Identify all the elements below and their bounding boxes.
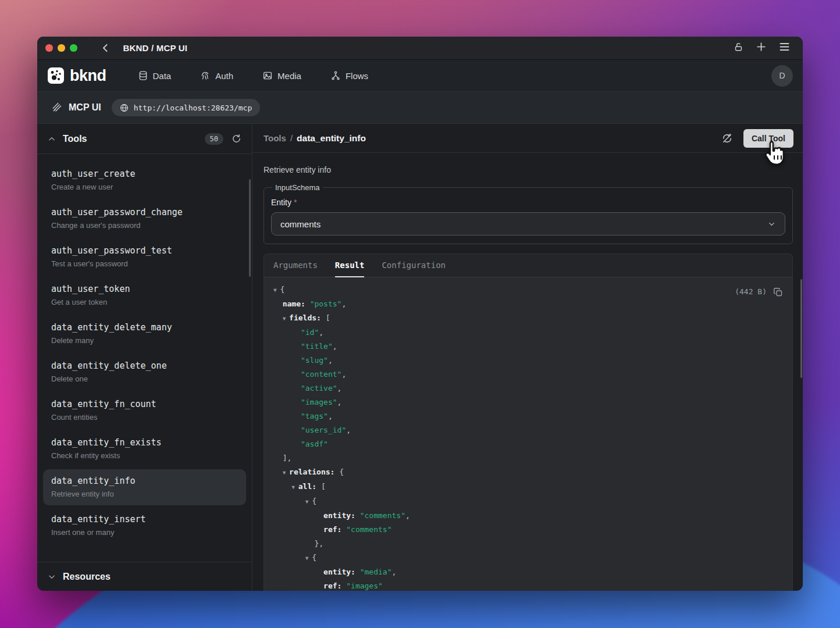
fingerprint-icon	[200, 70, 211, 81]
tools-header-label: Tools	[63, 134, 87, 144]
entity-select-value: comments	[280, 219, 321, 229]
chevron-down-icon	[767, 220, 776, 229]
window-titlebar: BKND / MCP UI	[37, 37, 803, 60]
tab-result[interactable]: Result	[335, 254, 365, 277]
tool-name: auth_user_create	[51, 169, 238, 179]
json-line: "images",	[273, 395, 783, 409]
tool-item-data_entity_delete_one[interactable]: data_entity_delete_oneDelete one	[43, 354, 246, 390]
tool-description: Delete many	[51, 336, 238, 345]
tool-description: Test a user's password	[51, 259, 238, 268]
tool-name: data_entity_fn_count	[51, 399, 238, 409]
menu-icon[interactable]	[779, 42, 790, 54]
sidebar-scrollbar[interactable]	[249, 179, 251, 277]
tool-item-auth_user_token[interactable]: auth_user_tokenGet a user token	[43, 277, 246, 313]
tool-item-data_entity_insert[interactable]: data_entity_insertInsert one or many	[43, 508, 246, 544]
json-lines: ▼ { name: "posts", ▼ fields: [ "id", "ti…	[273, 283, 783, 591]
minimize-window-icon[interactable]	[58, 44, 65, 52]
tab-arguments[interactable]: Arguments	[273, 254, 318, 277]
globe-icon	[120, 104, 129, 112]
entity-select[interactable]: comments	[271, 212, 785, 236]
maximize-window-icon[interactable]	[70, 44, 77, 52]
json-line: "title",	[273, 340, 783, 354]
json-line: name: "posts",	[273, 297, 783, 311]
mcp-url: http://localhost:28623/mcp	[134, 104, 252, 112]
tool-description: Delete one	[51, 374, 238, 383]
json-line: },	[273, 537, 783, 551]
window-title: BKND / MCP UI	[123, 43, 188, 53]
json-line: ref: "comments"	[273, 523, 783, 537]
nav-item-flows[interactable]: Flows	[330, 70, 368, 81]
close-window-icon[interactable]	[45, 44, 53, 52]
json-line: entity: "media",	[273, 565, 783, 579]
tool-item-auth_user_password_test[interactable]: auth_user_password_testTest a user's pas…	[43, 239, 246, 275]
tools-count-badge: 50	[205, 133, 223, 145]
json-line: "tags",	[273, 409, 783, 423]
tools-list: auth_user_createCreate a new userauth_us…	[37, 154, 252, 562]
tool-name: auth_user_password_change	[51, 207, 238, 217]
json-line: ▼ {	[273, 551, 783, 565]
tool-item-data_entity_fn_exists[interactable]: data_entity_fn_existsCheck if entity exi…	[43, 431, 246, 467]
json-line: "users_id",	[273, 423, 783, 437]
result-size-label: (442 B)	[735, 285, 767, 299]
required-marker: *	[294, 198, 297, 207]
breadcrumb-current-tool: data_entity_info	[297, 133, 366, 144]
json-line: ▼ {	[273, 494, 783, 509]
back-icon[interactable]	[101, 43, 111, 53]
avatar[interactable]: D	[771, 65, 793, 87]
mcp-url-pill[interactable]: http://localhost:28623/mcp	[112, 99, 261, 116]
input-schema-legend: InputSchema	[272, 183, 323, 192]
nav-item-data[interactable]: Data	[138, 70, 172, 81]
json-line: "asdf"	[273, 437, 783, 451]
tool-description: Get a user token	[51, 298, 238, 306]
tool-item-auth_user_password_change[interactable]: auth_user_password_changeChange a user's…	[43, 201, 246, 237]
json-line: "content",	[273, 367, 783, 381]
call-tool-button[interactable]: Call Tool	[743, 129, 793, 148]
tool-name: auth_user_password_test	[51, 245, 238, 256]
json-line: ▼ fields: [	[273, 311, 783, 326]
tool-item-auth_user_create[interactable]: auth_user_createCreate a new user	[43, 162, 246, 198]
tool-description: Create a new user	[51, 183, 238, 191]
tool-name: auth_user_token	[51, 284, 238, 294]
nav-item-auth[interactable]: Auth	[200, 70, 233, 81]
json-result-viewer[interactable]: (442 B) ▼ { name: "posts", ▼ fields: [ "…	[264, 277, 792, 591]
breadcrumb-separator: /	[290, 133, 293, 143]
database-icon	[138, 70, 148, 81]
json-line: ],	[273, 451, 783, 465]
brand-name: bknd	[70, 67, 106, 85]
image-icon	[262, 70, 273, 81]
resources-section-header[interactable]: Resources	[37, 562, 252, 591]
bknd-logo-icon	[47, 67, 65, 84]
tools-section-header[interactable]: Tools 50	[37, 124, 252, 154]
json-line: ▼ relations: {	[273, 465, 783, 480]
tool-item-data_entity_info[interactable]: data_entity_infoRetrieve entity info	[43, 469, 246, 505]
tool-item-data_entity_delete_many[interactable]: data_entity_delete_manyDelete many	[43, 316, 246, 352]
tool-name: data_entity_insert	[51, 514, 238, 524]
tab-configuration[interactable]: Configuration	[382, 254, 446, 277]
app-window: BKND / MCP UI bknd	[37, 37, 803, 591]
tools-sidebar: Tools 50 auth_user_createCreate a new us…	[37, 124, 252, 591]
nav-item-media[interactable]: Media	[262, 70, 301, 81]
mcp-bar: MCP UI http://localhost:28623/mcp	[37, 92, 803, 124]
result-tabs: ArgumentsResultConfiguration	[264, 254, 792, 277]
copy-icon[interactable]	[773, 287, 783, 297]
tool-description: Retrieve entity info	[264, 165, 793, 174]
tool-item-data_entity_fn_count[interactable]: data_entity_fn_countCount entities	[43, 392, 246, 429]
main-scrollbar[interactable]	[800, 279, 802, 378]
lock-icon[interactable]	[734, 42, 743, 55]
nav-item-label: Flows	[346, 71, 368, 81]
input-schema-fieldset: InputSchema Entity* comments	[264, 183, 793, 244]
nav-items: DataAuthMediaFlows	[138, 70, 369, 81]
entity-field-label: Entity*	[271, 198, 785, 207]
chevron-down-icon	[48, 573, 56, 581]
breadcrumb-tools[interactable]: Tools	[264, 133, 286, 143]
resources-header-label: Resources	[63, 572, 111, 582]
new-tab-icon[interactable]	[756, 41, 767, 55]
auto-refresh-off-icon[interactable]	[721, 133, 733, 144]
mcp-layers-icon	[51, 102, 62, 113]
brand-logo[interactable]: bknd	[47, 67, 106, 85]
refresh-tools-icon[interactable]	[232, 134, 241, 144]
json-line: "slug",	[273, 354, 783, 367]
tool-description: Count entities	[51, 413, 238, 422]
json-line: "id",	[273, 326, 783, 340]
mcp-title: MCP UI	[69, 102, 101, 113]
